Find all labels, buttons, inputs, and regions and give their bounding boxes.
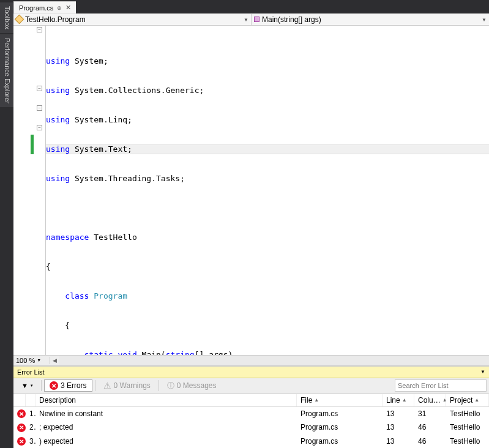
row-description: ; expected (35, 421, 297, 434)
row-file: Program.cs (297, 421, 383, 434)
warning-icon: ⚠ (103, 381, 111, 390)
nav-member-label: Main(string[] args) (262, 15, 321, 24)
error-row[interactable]: ✕ 1 Newline in constant Program.cs 13 31… (13, 407, 489, 421)
row-project: TestHello (446, 435, 489, 448)
fold-toggle[interactable]: − (37, 105, 42, 111)
editor-gutter: − − − − (13, 26, 45, 355)
dropdown-icon[interactable]: ▼ (480, 369, 485, 375)
nav-scope-dropdown[interactable]: TestHello.Program ▼ (13, 14, 252, 25)
row-description: Newline in constant (35, 408, 297, 420)
separator (159, 380, 159, 391)
file-tab-program-cs[interactable]: Program.cs ⊕ ✕ (13, 1, 76, 13)
scroll-left-icon[interactable]: ◀ (50, 357, 59, 364)
info-icon: ⓘ (167, 381, 174, 391)
nav-scope-label: TestHello.Program (25, 15, 86, 24)
filter-icon: ▼ (21, 382, 28, 389)
search-input[interactable] (395, 379, 487, 392)
filter-button[interactable]: ▼ ▾ (16, 380, 39, 391)
fold-toggle[interactable]: − (37, 27, 42, 32)
row-line: 13 (383, 408, 414, 420)
header-description[interactable]: Description (35, 394, 297, 406)
side-tab-toolbox[interactable]: Toolbox (0, 2, 13, 33)
header-icon[interactable] (13, 394, 26, 406)
row-num: 1 (26, 408, 35, 420)
separator (41, 380, 42, 391)
change-indicator (31, 135, 34, 154)
file-tab-label: Program.cs (19, 4, 53, 12)
chevron-down-icon: ▼ (482, 17, 487, 23)
navigation-bar: TestHello.Program ▼ Main(string[] args) … (13, 13, 489, 26)
row-num: 3 (26, 435, 35, 448)
panel-title-label: Error List (17, 368, 45, 376)
errors-count-label: 3 Errors (61, 381, 87, 390)
messages-count-label: 0 Messages (177, 381, 217, 390)
error-row[interactable]: ✕ 2 ; expected Program.cs 13 46 TestHell… (13, 420, 489, 435)
messages-filter-button[interactable]: ⓘ 0 Messages (162, 379, 222, 393)
warnings-count-label: 0 Warnings (114, 381, 151, 390)
fold-toggle[interactable]: − (37, 86, 42, 91)
row-line: 13 (383, 435, 414, 448)
side-panel-tabs: Toolbox Performance Explorer (0, 0, 13, 448)
pin-icon[interactable]: ⊕ (57, 5, 62, 11)
zoom-dropdown[interactable]: 100 % ▼ (13, 357, 50, 364)
separator (95, 380, 95, 391)
error-icon: ✕ (17, 409, 26, 418)
row-project: TestHello (446, 421, 489, 434)
row-project: TestHello (446, 408, 489, 420)
error-list-header: Description File▲ Line▲ Colu…▲ Project▲ (13, 394, 489, 407)
sort-asc-icon: ▲ (402, 397, 407, 403)
zoom-value: 100 % (16, 357, 35, 364)
sort-asc-icon: ▲ (474, 397, 479, 403)
fold-toggle[interactable]: − (37, 125, 42, 130)
error-list-panel: Error List ▼ ▼ ▾ ✕ 3 Errors ⚠ 0 Warnings… (13, 366, 489, 449)
row-line: 13 (383, 421, 414, 434)
errors-filter-button[interactable]: ✕ 3 Errors (44, 379, 92, 392)
code-content[interactable]: using System; using System.Collections.G… (45, 26, 489, 355)
header-column[interactable]: Colu…▲ (414, 394, 446, 406)
nav-member-dropdown[interactable]: Main(string[] args) ▼ (252, 14, 489, 25)
method-icon (254, 17, 259, 23)
class-icon (16, 16, 23, 24)
row-description: ) expected (35, 435, 297, 448)
header-num[interactable] (26, 394, 35, 406)
row-col: 31 (414, 408, 446, 420)
sort-asc-icon: ▲ (314, 397, 319, 403)
row-col: 46 (414, 421, 446, 434)
error-row[interactable]: ✕ 3 ) expected Program.cs 13 46 TestHell… (13, 435, 489, 449)
warnings-filter-button[interactable]: ⚠ 0 Warnings (98, 379, 156, 392)
side-tab-performance-explorer[interactable]: Performance Explorer (0, 34, 13, 107)
chevron-down-icon: ▾ (31, 383, 33, 388)
error-icon: ✕ (17, 437, 26, 446)
code-editor[interactable]: − − − − using System; using System.Colle… (13, 26, 489, 355)
chevron-down-icon: ▼ (37, 358, 41, 362)
header-file[interactable]: File▲ (297, 394, 383, 406)
row-col: 46 (414, 435, 446, 448)
header-line[interactable]: Line▲ (383, 394, 414, 406)
row-file: Program.cs (297, 435, 383, 448)
error-icon: ✕ (17, 424, 26, 432)
chevron-down-icon: ▼ (244, 17, 248, 23)
error-list-toolbar: ▼ ▾ ✕ 3 Errors ⚠ 0 Warnings ⓘ 0 Messages (13, 378, 489, 394)
header-project[interactable]: Project▲ (446, 394, 489, 406)
editor-status-bar: 100 % ▼ ◀ (13, 355, 489, 366)
document-tab-bar: Program.cs ⊕ ✕ (13, 0, 489, 13)
close-icon[interactable]: ✕ (65, 4, 71, 12)
error-icon: ✕ (50, 381, 58, 390)
horizontal-scrollbar[interactable] (59, 356, 489, 365)
row-num: 2 (26, 421, 35, 434)
panel-title-bar[interactable]: Error List ▼ (13, 367, 489, 378)
row-file: Program.cs (297, 408, 383, 420)
